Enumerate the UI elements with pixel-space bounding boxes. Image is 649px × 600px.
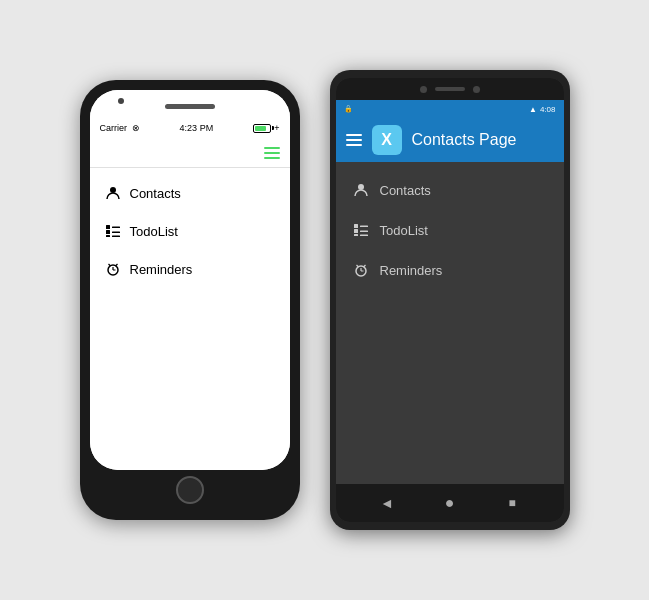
ios-home-button[interactable] [176,476,204,504]
android-page-title: Contacts Page [412,131,517,149]
ios-nav-contacts[interactable]: Contacts [90,174,290,212]
ios-time: 4:23 PM [180,123,214,133]
ios-contacts-label: Contacts [130,186,181,201]
svg-rect-4 [112,232,120,234]
ios-battery-area: + [253,123,279,133]
android-alarm-icon [352,261,370,279]
lock-icon: 🔒 [344,105,353,113]
ios-phone: Carrier ⊗ 4:23 PM + [80,80,300,520]
alarm-icon [104,260,122,278]
svg-rect-6 [112,236,120,238]
android-nav-contacts[interactable]: Contacts [336,170,564,210]
ios-todolist-label: TodoList [130,224,178,239]
svg-rect-17 [354,234,358,236]
hamburger-icon[interactable] [264,147,280,159]
svg-rect-3 [106,230,110,234]
android-status-right: ▲ 4:08 [529,105,556,114]
android-sensors [336,78,564,100]
android-signal: ▲ [529,105,537,114]
android-back-button[interactable]: ◄ [376,492,398,514]
android-status-bar: 🔒 ▲ 4:08 [336,100,564,118]
android-phone: 🔒 ▲ 4:08 X Contacts Page [330,70,570,530]
ios-screen: Carrier ⊗ 4:23 PM + [90,90,290,470]
svg-rect-14 [360,226,368,228]
android-todolist-label: TodoList [380,223,428,238]
android-status-left: 🔒 [344,105,353,113]
ios-status-bar: Carrier ⊗ 4:23 PM + [90,118,290,138]
android-recent-button[interactable]: ■ [501,492,523,514]
ios-nav-reminders[interactable]: Reminders [90,250,290,288]
android-app-logo: X [372,125,402,155]
svg-line-22 [356,265,358,267]
ios-nav-list: Contacts TodoList [90,168,290,470]
ios-battery-icon [253,124,271,133]
person-icon [104,184,122,202]
ios-speaker [165,104,215,109]
android-camera2 [473,86,480,93]
android-bottom-nav: ◄ ● ■ [336,484,564,522]
ios-battery-fill [255,126,266,131]
ios-nav-todolist[interactable]: TodoList [90,212,290,250]
android-nav-list: Contacts TodoList [336,162,564,484]
android-hamburger-icon[interactable] [346,134,362,146]
android-contacts-label: Contacts [380,183,431,198]
svg-line-23 [363,265,365,267]
svg-rect-18 [360,235,368,237]
svg-rect-13 [354,224,358,228]
svg-rect-16 [360,231,368,233]
android-list-icon [352,221,370,239]
ios-carrier: Carrier ⊗ [100,123,140,133]
android-nav-todolist[interactable]: TodoList [336,210,564,250]
svg-line-11 [115,264,117,266]
list-icon [104,222,122,240]
android-toolbar: X Contacts Page [336,118,564,162]
android-reminders-label: Reminders [380,263,443,278]
svg-rect-2 [112,227,120,229]
ios-home-area [90,470,290,510]
ios-app-header [90,138,290,168]
android-time: 4:08 [540,105,556,114]
android-speaker [435,87,465,91]
svg-rect-5 [106,235,110,237]
android-nav-reminders[interactable]: Reminders [336,250,564,290]
svg-rect-15 [354,229,358,233]
svg-line-10 [108,264,110,266]
svg-point-12 [358,184,364,190]
ios-camera [118,98,124,104]
android-person-icon [352,181,370,199]
android-camera [420,86,427,93]
android-home-button[interactable]: ● [438,492,460,514]
svg-point-0 [110,187,116,193]
ios-top-hardware [90,90,290,118]
android-screen: 🔒 ▲ 4:08 X Contacts Page [336,78,564,522]
ios-reminders-label: Reminders [130,262,193,277]
svg-rect-1 [106,225,110,229]
